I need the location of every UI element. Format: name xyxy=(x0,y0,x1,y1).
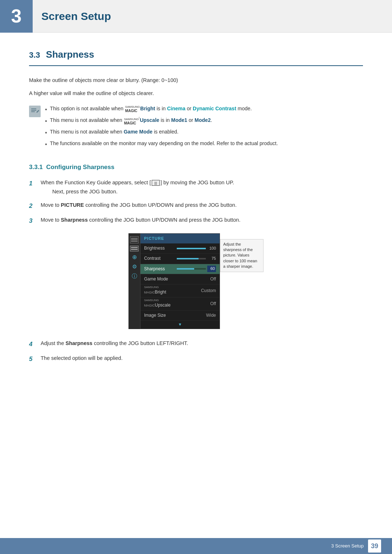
picture-label: PICTURE xyxy=(61,202,84,208)
chapter-number: 3 xyxy=(0,0,33,33)
icon-lines xyxy=(130,246,139,251)
step-num-4: 4 xyxy=(29,339,36,349)
section-title: Sharpness xyxy=(46,47,94,62)
menu-panel: PICTURE Brightness 100 Contrast xyxy=(140,233,220,329)
sharpness-label-step3: Sharpness xyxy=(61,217,88,223)
sharpness-fill xyxy=(177,268,194,270)
mode2-label: Mode2 xyxy=(195,118,211,123)
step-text-4: Adjust the Sharpness controlling the JOG… xyxy=(41,339,363,348)
note-icon xyxy=(29,106,41,117)
contrast-val: 75 xyxy=(207,255,216,262)
footer-text: 3 Screen Setup xyxy=(331,542,364,550)
intro-text-1: Make the outline of objects more clear o… xyxy=(29,76,363,85)
cinema-label: Cinema xyxy=(167,106,185,111)
magic-upscale-val: Off xyxy=(210,300,216,307)
brightness-label: Brightness xyxy=(144,245,165,252)
note-text-4: The functions available on the monitor m… xyxy=(50,140,278,148)
menu-row-contrast: Contrast 75 xyxy=(140,254,220,264)
sharpness-label-step4: Sharpness xyxy=(66,340,93,346)
left-icons: ⊕ ⚙ ⓘ xyxy=(128,233,140,329)
chapter-title: Screen Setup xyxy=(33,8,111,25)
screen-mockup: ⊕ ⚙ ⓘ PICTURE Brightness 100 xyxy=(128,233,264,329)
menu-header: PICTURE xyxy=(140,234,220,244)
main-content: 3.3 Sharpness Make the outline of object… xyxy=(0,33,392,400)
menu-row-game-mode: Game Mode Off xyxy=(140,274,220,284)
note-text-1: This option is not available when SAMSUN… xyxy=(50,105,252,113)
dynamic-contrast-label: Dynamic Contrast xyxy=(193,106,236,111)
svg-rect-1 xyxy=(31,108,36,109)
sharpness-menu-label: Sharpness xyxy=(144,266,165,272)
bullet-4: • xyxy=(45,140,47,149)
subsection-num: 3.3.1 xyxy=(29,164,43,171)
subsection-title: Configuring Sharpness xyxy=(46,164,114,171)
brightness-bar: 100 xyxy=(177,245,216,252)
step-2: 2 Move to PICTURE controlling the JOG bu… xyxy=(29,201,363,211)
icon-display xyxy=(130,236,139,243)
note-text-3: This menu is not available when Game Mod… xyxy=(50,128,179,136)
section-heading: 3.3 Sharpness xyxy=(29,47,363,66)
step-1-sub: Next, press the JOG button. xyxy=(52,188,363,196)
note-line-3: • This menu is not available when Game M… xyxy=(45,128,363,138)
step-4: 4 Adjust the Sharpness controlling the J… xyxy=(29,339,363,349)
steps-list: 1 When the Function Key Guide appears, s… xyxy=(29,178,363,226)
mode1-label: Mode1 xyxy=(171,118,187,123)
screen-container: ⊕ ⚙ ⓘ PICTURE Brightness 100 xyxy=(29,233,363,329)
step-text-2: Move to PICTURE controlling the JOG butt… xyxy=(41,201,363,209)
note-text-2: This menu is not available when SAMSUNGI… xyxy=(50,116,212,125)
contrast-fill xyxy=(177,258,199,259)
menu-row-magic-bright: SAMSUNG MAGICBright Custom xyxy=(140,284,220,297)
notes-container: • This option is not available when SAMS… xyxy=(45,105,363,151)
info-icon: ⓘ xyxy=(130,272,139,280)
step-num-1: 1 xyxy=(29,178,36,188)
magic-bright-val: Custom xyxy=(201,287,216,294)
image-size-label: Image Size xyxy=(144,312,166,319)
note-line-2: • This menu is not available when SAMSUN… xyxy=(45,116,363,126)
menu-arrow: ▼ xyxy=(140,321,220,329)
tooltip-box: Adjust the sharpness of the picture. Val… xyxy=(220,239,264,272)
step-num-3: 3 xyxy=(29,216,36,226)
page-number: 39 xyxy=(368,539,381,553)
image-size-val: Wide xyxy=(206,312,216,319)
step-num-2: 2 xyxy=(29,201,36,211)
magic-bright-1: Bright xyxy=(140,106,155,111)
menu-row-brightness: Brightness 100 xyxy=(140,243,220,254)
bullet-2: • xyxy=(45,117,47,126)
gear-icon: ⚙ xyxy=(130,263,139,270)
contrast-bar: 75 xyxy=(177,255,216,262)
bullet-1: • xyxy=(45,105,47,114)
sharpness-val: 60 xyxy=(207,266,216,272)
icon-arrows: ⊕ xyxy=(130,254,139,261)
contrast-track xyxy=(177,258,206,259)
sharpness-bar: 60 xyxy=(177,266,216,272)
menu-row-image-size: Image Size Wide xyxy=(140,311,220,321)
bullet-3: • xyxy=(45,128,47,138)
magic-upscale-1: Upscale xyxy=(140,118,159,123)
brightness-track xyxy=(177,248,206,249)
sharpness-track xyxy=(177,268,206,270)
page-footer: 3 Screen Setup 39 xyxy=(0,538,392,554)
step-text-1: When the Function Key Guide appears, sel… xyxy=(41,178,363,196)
intro-text-2: A higher value will make the outline of … xyxy=(29,89,363,98)
step-1: 1 When the Function Key Guide appears, s… xyxy=(29,178,363,196)
magic-upscale-menu-label: SAMSUNG MAGICUpscale xyxy=(144,299,171,309)
steps-list-2: 4 Adjust the Sharpness controlling the J… xyxy=(29,339,363,364)
jog-icon-1: ||| xyxy=(152,180,160,186)
magic-bright-menu-label: SAMSUNG MAGICBright xyxy=(144,286,166,296)
brightness-val: 100 xyxy=(207,245,216,252)
step-text-5: The selected option will be applied. xyxy=(41,354,363,362)
note-box: • This option is not available when SAMS… xyxy=(29,105,363,151)
note-line-1: • This option is not available when SAMS… xyxy=(45,105,363,114)
step-num-5: 5 xyxy=(29,354,36,364)
svg-rect-2 xyxy=(31,110,36,111)
brightness-fill xyxy=(177,248,206,249)
note-line-4: • The functions available on the monitor… xyxy=(45,140,363,149)
step-3: 3 Move to Sharpness controlling the JOG … xyxy=(29,216,363,226)
step-5: 5 The selected option will be applied. xyxy=(29,354,363,364)
game-mode-val: Off xyxy=(210,276,216,283)
page-header: 3 Screen Setup xyxy=(0,0,392,33)
subsection-heading: 3.3.1 Configuring Sharpness xyxy=(29,162,363,172)
game-mode-label: Game Mode xyxy=(124,129,152,135)
section-num: 3.3 xyxy=(29,49,40,61)
game-mode-menu-label: Game Mode xyxy=(144,276,168,283)
menu-row-magic-upscale: SAMSUNG MAGICUpscale Off xyxy=(140,297,220,311)
